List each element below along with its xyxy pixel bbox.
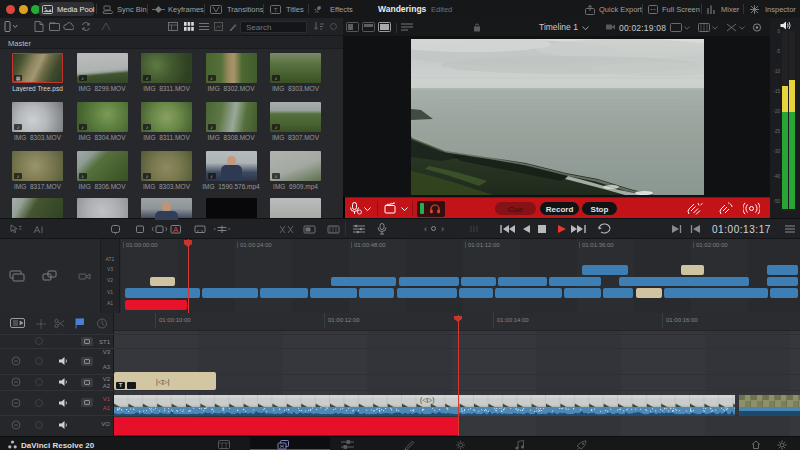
svg-text:T: T bbox=[274, 6, 278, 12]
